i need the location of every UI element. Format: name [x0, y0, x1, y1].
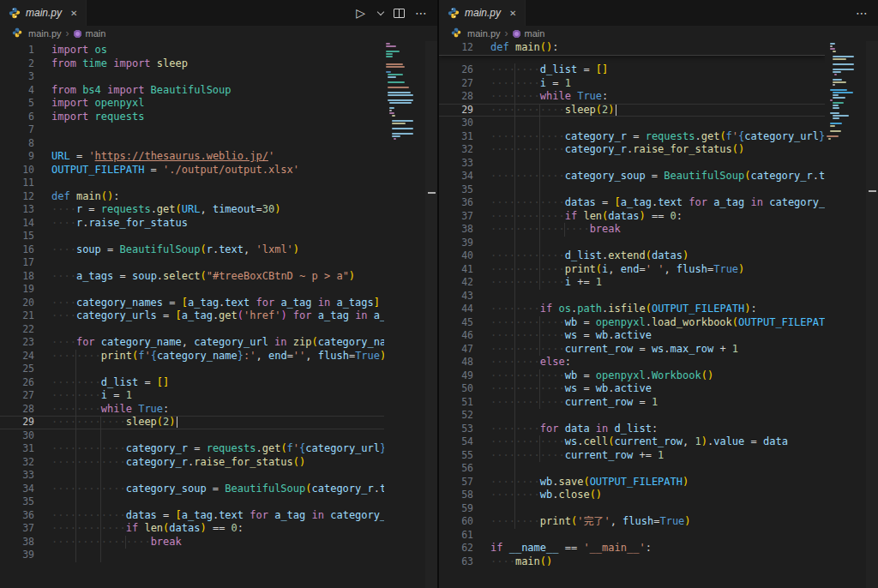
code-line-content	[490, 409, 825, 423]
code-line-content	[490, 237, 825, 250]
breadcrumb-symbol[interactable]: main	[86, 28, 106, 39]
minimap-line	[833, 92, 853, 93]
code-token: (	[596, 104, 602, 116]
code-token: (	[176, 203, 182, 215]
tab-label: main.py	[465, 7, 501, 19]
code-token: sleep	[565, 104, 596, 116]
code-token: =	[577, 316, 596, 328]
minimap-left[interactable]	[386, 43, 425, 588]
line-number: 27	[439, 77, 473, 91]
line-number: 5	[0, 97, 34, 111]
code-line: 32············category_r.raise_for_statu…	[439, 143, 825, 157]
breadcrumb-file[interactable]: main.py	[467, 28, 501, 39]
scrollbar-right[interactable]	[866, 41, 878, 588]
tab-main-py[interactable]: main.py ✕	[439, 0, 526, 26]
code-token: category_r	[750, 170, 812, 182]
code-token: requests	[207, 442, 256, 454]
code-line: 44········if os.path.isfile(OUTPUT_FILEP…	[439, 303, 825, 316]
split-editor-button[interactable]	[394, 9, 405, 18]
code-token: (	[701, 369, 707, 381]
code-token: wb	[540, 476, 552, 488]
minimap-line	[386, 69, 425, 70]
tab-close-icon[interactable]: ✕	[70, 9, 77, 18]
minimap-line	[830, 125, 835, 127]
code-token: =	[256, 203, 262, 215]
indent-guide: ····	[514, 77, 540, 91]
code-line-content	[490, 290, 825, 303]
indent-guide: ····	[514, 223, 540, 237]
indent-guide	[51, 323, 76, 337]
minimap-line	[830, 112, 839, 114]
code-token: openpyxl	[596, 369, 646, 381]
code-token: .	[695, 130, 701, 142]
code-token: category_r	[126, 456, 188, 468]
code-token: OUTPUT_FILEPATH	[738, 316, 825, 328]
more-actions-button[interactable]: ⋯	[856, 7, 868, 19]
indent-guide: ····	[51, 309, 76, 323]
code-token: (	[157, 416, 163, 428]
indent-guide: ····	[51, 376, 76, 390]
minimap-line	[827, 76, 866, 78]
run-button[interactable]: ▷	[356, 7, 365, 19]
line-number: 40	[439, 249, 473, 263]
minimap-line	[386, 51, 400, 52]
code-token: (	[646, 249, 652, 261]
code-token: (	[596, 263, 602, 275]
minimap-line	[388, 99, 413, 101]
code-line-content: import openpyxl	[51, 97, 384, 111]
indent-guide: ····	[75, 350, 101, 363]
code-token: (	[280, 442, 286, 454]
line-number: 60	[439, 515, 473, 529]
breadcrumb-file[interactable]: main.py	[28, 28, 62, 39]
code-token: 0	[232, 522, 238, 534]
code-token: {	[151, 350, 157, 362]
tab-main-py[interactable]: main.py ✕	[0, 0, 87, 26]
indent-guide: ····	[539, 130, 565, 144]
code-token: )	[684, 515, 690, 527]
line-number: 6	[0, 111, 34, 124]
run-dropdown-icon[interactable]	[377, 9, 384, 15]
line-number: 11	[0, 177, 34, 190]
code-token: (	[583, 476, 589, 488]
code-token: import	[51, 111, 95, 123]
code-area-right[interactable]: 12def main(): 26········d_list = []27···…	[439, 41, 825, 588]
sticky-scroll[interactable]: 12def main():	[439, 41, 825, 56]
scrollbar-left[interactable]	[425, 41, 437, 588]
breadcrumb-symbol[interactable]: main	[525, 28, 545, 39]
code-token: select	[163, 270, 200, 282]
code-area-left[interactable]: 1import os2from time import sleep34from …	[0, 41, 384, 588]
code-token: "#treeBoxCBtnD ~ p > a"	[207, 270, 349, 282]
line-number: 35	[0, 495, 34, 509]
indent-guide: ····	[490, 329, 515, 343]
tab-close-icon[interactable]: ✕	[509, 9, 516, 18]
indent-guide: ····	[51, 297, 76, 310]
code-line-content: ············d_list.extend(datas)	[490, 249, 825, 263]
code-token: :	[652, 423, 658, 435]
more-actions-button[interactable]: ⋯	[415, 7, 427, 19]
indent-guide: ····	[490, 196, 515, 210]
indent-guide: ····	[51, 416, 76, 429]
code-token: :'	[244, 350, 256, 362]
code-line-content: ············ws = wb.active	[490, 382, 825, 396]
code-token: )	[639, 210, 645, 222]
code-token: =	[646, 170, 665, 182]
minimap-line	[388, 81, 405, 83]
code-line: 42············i += 1	[439, 276, 825, 290]
code-token: raise_for_status	[194, 456, 293, 468]
code-token: (	[608, 435, 614, 447]
code-token: text	[219, 243, 244, 255]
code-line-content: ········for data in d_list:	[490, 423, 825, 436]
python-file-icon	[448, 7, 460, 19]
code-line: 12def main():	[439, 41, 825, 55]
code-token: ws	[565, 382, 577, 394]
indent-guide: ····	[514, 303, 540, 316]
code-line: 35	[439, 183, 825, 197]
minimap-line	[386, 105, 425, 106]
minimap-line	[833, 117, 840, 119]
line-number: 37	[0, 522, 34, 536]
code-token: end	[268, 350, 287, 362]
indent-guide: ····	[514, 343, 540, 357]
minimap-line	[827, 110, 866, 111]
minimap-right[interactable]	[827, 43, 866, 588]
code-token: 'lxml'	[256, 243, 292, 255]
